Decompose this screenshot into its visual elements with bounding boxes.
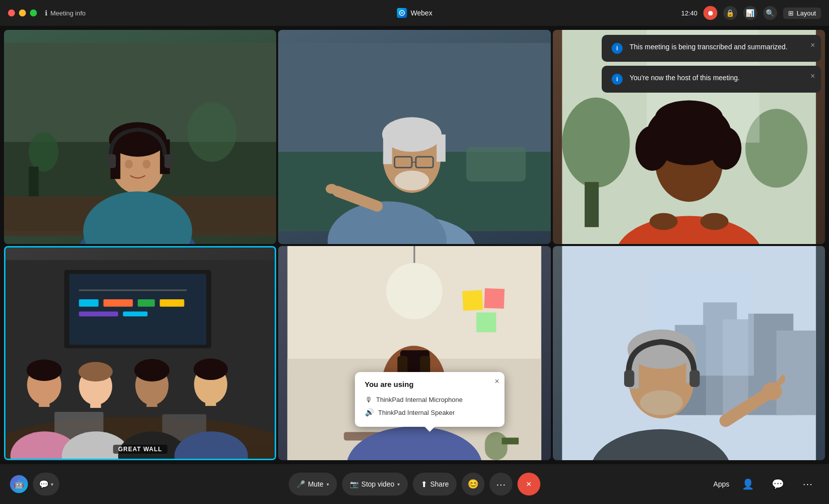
video-cell-1 [4,30,276,244]
svg-rect-20 [467,147,526,182]
share-icon: ⬆ [421,480,427,489]
svg-rect-56 [79,311,118,316]
notification-text-2: You're now the host of this meeting. [630,74,740,82]
close-notification-2[interactable]: × [811,72,815,81]
layout-button[interactable]: ⊞ Layout [783,7,821,19]
more-icon: ··· [496,479,506,490]
video-cell-5 [278,246,550,460]
stop-video-label: Stop video [361,480,394,488]
svg-rect-57 [123,311,148,316]
stop-video-button[interactable]: 📷 Stop video ▾ [342,473,408,496]
svg-point-73 [134,359,169,381]
grid-icon: ⊞ [788,9,794,17]
meeting-info-button[interactable]: ℹ Meeting info [45,9,86,17]
svg-rect-58 [79,289,186,291]
app-title: Webex [397,8,432,18]
reactions-button[interactable]: 😊 [462,473,485,496]
end-call-button[interactable]: ✕ [517,473,540,496]
more-options-button[interactable]: ··· [490,473,512,496]
svg-point-5 [187,102,237,161]
recording-button[interactable]: ⏺ [703,6,717,20]
svg-point-69 [78,362,113,381]
minimize-button[interactable] [19,9,26,16]
svg-point-35 [562,98,630,188]
end-call-icon: ✕ [526,480,532,488]
svg-point-16 [125,160,133,169]
svg-rect-100 [776,331,816,415]
svg-rect-54 [138,299,155,307]
control-bar-right: Apps 👤 💬 ⋯ [713,473,819,496]
microphone-icon: 🎤 [297,480,305,488]
chat-button[interactable]: 💬 [766,473,789,496]
svg-rect-83 [485,288,505,309]
video-chevron: ▾ [397,482,400,487]
info-circle-icon: ℹ [45,9,47,17]
close-notification-1[interactable]: × [811,41,815,50]
svg-rect-82 [463,290,484,311]
maximize-button[interactable] [30,9,37,16]
svg-point-3 [29,132,59,171]
video-cell-4: GREAT WALL [4,246,276,460]
participant-label: GREAT WALL [113,445,167,454]
svg-point-44 [710,127,741,170]
titlebar: ℹ Meeting info Webex 12:40 ⏺ 🔒 📊 🔍 ⊞ Lay… [0,0,829,26]
svg-point-65 [26,360,62,381]
app-name-label: Webex [411,9,432,17]
chat-icon: 💬 [772,478,784,490]
svg-point-80 [386,263,443,319]
notification-host: i You're now the host of this meeting. × [602,66,821,93]
clock-display: 12:40 [681,9,697,17]
microphone-icon: 🎙 [365,395,372,404]
titlebar-right: 12:40 ⏺ 🔒 📊 🔍 ⊞ Layout [681,6,821,20]
more-right-icon: ⋯ [803,478,813,490]
svg-rect-13 [107,154,116,168]
traffic-lights [8,9,37,16]
search-button[interactable]: 🔍 [763,6,777,20]
mute-label: Mute [308,480,324,488]
notification-text-1: This meeting is being transcribed and su… [630,43,788,51]
participants-button[interactable]: 👤 [736,473,759,496]
svg-point-48 [700,213,728,230]
device-popup: You are using × 🎙 ThinkPad Internal Micr… [355,372,504,427]
control-bar-left: 🤖 💬 ▾ [10,473,59,496]
svg-rect-51 [69,274,206,345]
svg-rect-52 [79,299,98,307]
svg-rect-108 [624,370,634,387]
more-right-button[interactable]: ⋯ [796,473,819,496]
svg-rect-86 [485,432,507,460]
video-cell-2 [278,30,550,244]
speaker-item: 🔊 ThinkPad Internal Speaker [365,406,495,419]
mute-button[interactable]: 🎤 Mute ▾ [289,473,337,496]
mute-chevron: ▾ [327,482,329,487]
close-button[interactable] [8,9,15,16]
captions-button[interactable]: 💬 ▾ [33,473,59,496]
speaker-icon: 🔊 [365,408,374,417]
svg-rect-109 [689,370,699,387]
svg-point-45 [655,100,723,134]
popup-close-button[interactable]: × [495,377,499,386]
info-icon-1: i [612,43,623,54]
layout-label: Layout [797,9,816,17]
security-button[interactable]: 🔒 [723,6,737,20]
webex-logo-icon [397,8,407,18]
reactions-icon: 😊 [468,479,479,490]
svg-rect-87 [502,438,519,445]
svg-rect-84 [477,313,497,333]
share-button[interactable]: ⬆ Share [413,473,457,496]
popup-title: You are using [365,380,495,388]
svg-rect-25 [383,134,392,164]
svg-point-47 [650,213,678,230]
svg-rect-26 [437,134,446,162]
svg-point-33 [326,184,338,194]
svg-point-110 [640,390,682,415]
speaker-label: ThinkPad Internal Speaker [378,409,455,416]
avatar-icon: 🤖 [10,475,28,493]
svg-rect-53 [103,299,133,307]
svg-rect-55 [160,299,184,307]
meeting-info-label: Meeting info [50,9,86,17]
share-label: Share [430,480,449,488]
captions-chevron: ▾ [51,482,53,487]
analytics-button[interactable]: 📊 [743,6,757,20]
svg-point-77 [193,359,228,380]
svg-rect-36 [584,182,598,228]
